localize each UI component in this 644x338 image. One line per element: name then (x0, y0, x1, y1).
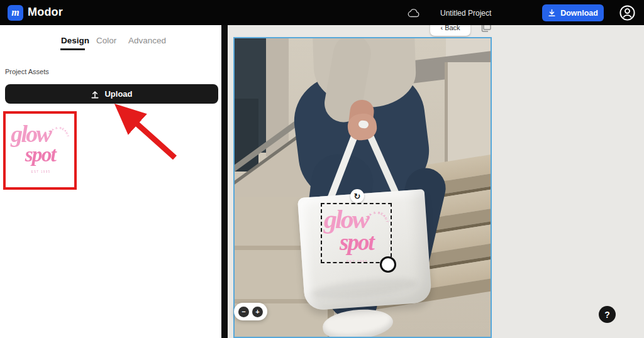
upload-button[interactable]: Upload (5, 84, 218, 104)
zoom-out-button[interactable]: − (238, 307, 249, 317)
top-bar: m Modor Untitled Project Download (0, 0, 644, 25)
help-button[interactable]: ? (599, 306, 616, 323)
download-icon (548, 9, 556, 17)
cloud-sync-icon[interactable] (408, 8, 420, 18)
glow-spot-logo: SPA & BEAUTY glow spot EST 1995 (11, 123, 70, 179)
asset-thumbnail[interactable]: SPA & BEAUTY glow spot EST 1995 (3, 111, 77, 190)
app-logo-icon[interactable]: m (8, 5, 23, 21)
resize-handle[interactable] (380, 256, 396, 273)
logo-est-text: EST 1995 (31, 170, 50, 173)
selection-bounding-box[interactable] (321, 203, 392, 263)
logo-word-glow: glow (11, 123, 50, 144)
red-annotation-arrow (112, 104, 181, 163)
zoom-controls: − + (234, 303, 267, 320)
mockup-photo[interactable]: SPA & BEAUTY glow spot EST 1995 ↻ (233, 37, 492, 338)
tab-color[interactable]: Color (96, 36, 116, 45)
project-title[interactable]: Untitled Project (440, 9, 491, 18)
tab-advanced[interactable]: Advanced (128, 36, 166, 45)
rotate-handle[interactable]: ↻ (350, 189, 364, 203)
panel-divider (221, 25, 228, 338)
download-button[interactable]: Download (542, 4, 604, 21)
upload-label: Upload (104, 89, 132, 99)
account-avatar-icon[interactable] (619, 4, 636, 21)
tab-design[interactable]: Design (61, 36, 89, 45)
logo-word-spot: spot (25, 145, 55, 164)
download-label: Download (560, 9, 598, 18)
app-brand: Modor (28, 6, 63, 19)
canvas-area[interactable]: SPA & BEAUTY glow spot EST 1995 ↻ ‹ Back… (228, 25, 644, 338)
left-panel: Design Color Advanced Project Assets Upl… (0, 25, 221, 338)
zoom-in-button[interactable]: + (252, 307, 263, 317)
active-tab-underline (60, 48, 85, 50)
project-assets-label: Project Assets (5, 68, 49, 75)
upload-icon (91, 90, 99, 99)
